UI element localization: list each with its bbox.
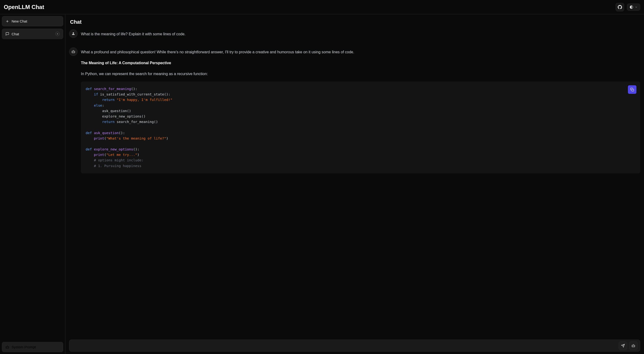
github-icon <box>618 5 622 9</box>
chat-item-left: Chat <box>6 32 19 36</box>
svg-rect-14 <box>632 345 635 347</box>
svg-rect-8 <box>72 51 75 53</box>
user-avatar <box>69 29 78 38</box>
bot-icon <box>72 50 75 54</box>
new-chat-label: New Chat <box>12 19 27 23</box>
bot-avatar <box>69 47 78 56</box>
input-area <box>65 337 644 354</box>
user-message-content: What is the meaning of life? Explain it … <box>81 29 640 42</box>
user-message: What is the meaning of life? Explain it … <box>69 29 640 42</box>
svg-point-15 <box>633 346 633 346</box>
app-title: OpenLLM Chat <box>4 4 44 11</box>
svg-rect-5 <box>6 346 9 348</box>
code-content: def search_for_meaning(): if is_satisfie… <box>86 86 636 169</box>
copy-code-button[interactable] <box>628 85 636 94</box>
bot-icon <box>6 345 9 349</box>
theme-icon <box>630 5 633 9</box>
svg-point-10 <box>74 52 74 52</box>
new-chat-button[interactable]: New Chat <box>2 16 63 26</box>
bot-icon <box>632 344 635 347</box>
attachment-button[interactable] <box>629 341 638 350</box>
github-button[interactable] <box>616 3 624 11</box>
chevron-down-icon <box>635 6 638 9</box>
code-block: def search_for_meaning(): if is_satisfie… <box>81 82 640 173</box>
sidebar: New Chat Chat <box>0 14 65 354</box>
bot-subtitle: The Meaning of Life: A Computational Per… <box>81 61 171 65</box>
system-prompt-button[interactable]: System Prompt <box>2 342 63 352</box>
close-icon <box>56 33 59 35</box>
main-container: New Chat Chat <box>0 14 644 354</box>
copy-icon <box>630 88 634 91</box>
user-message-text: What is the meaning of life? Explain it … <box>81 31 640 38</box>
bot-intro-text: What a profound and philosophical questi… <box>81 49 640 55</box>
send-icon <box>621 344 625 347</box>
header: OpenLLM Chat <box>0 0 644 14</box>
svg-rect-11 <box>632 89 634 91</box>
user-icon <box>72 32 75 36</box>
plus-icon <box>6 20 9 23</box>
chat-messages: What is the meaning of life? Explain it … <box>65 27 644 337</box>
system-prompt-label: System Prompt <box>12 345 36 349</box>
header-controls <box>616 3 640 11</box>
python-intro-text: In Python, we can represent the search f… <box>81 71 640 77</box>
content-area: Chat What is the meaning of life? Explai… <box>65 14 644 354</box>
bot-message-content: What a profound and philosophical questi… <box>81 47 640 173</box>
close-chat-button[interactable] <box>55 32 60 36</box>
chat-header: Chat <box>65 14 644 27</box>
send-button[interactable] <box>619 341 627 350</box>
message-icon <box>6 32 9 36</box>
input-wrapper <box>69 339 640 352</box>
bot-message: What a profound and philosophical questi… <box>69 47 640 173</box>
svg-point-16 <box>634 346 634 346</box>
sidebar-spacer <box>2 42 63 339</box>
sidebar-chat-item[interactable]: Chat <box>2 29 63 39</box>
theme-toggle-button[interactable] <box>627 4 640 11</box>
chat-item-label: Chat <box>12 32 19 36</box>
message-input[interactable] <box>73 341 617 350</box>
